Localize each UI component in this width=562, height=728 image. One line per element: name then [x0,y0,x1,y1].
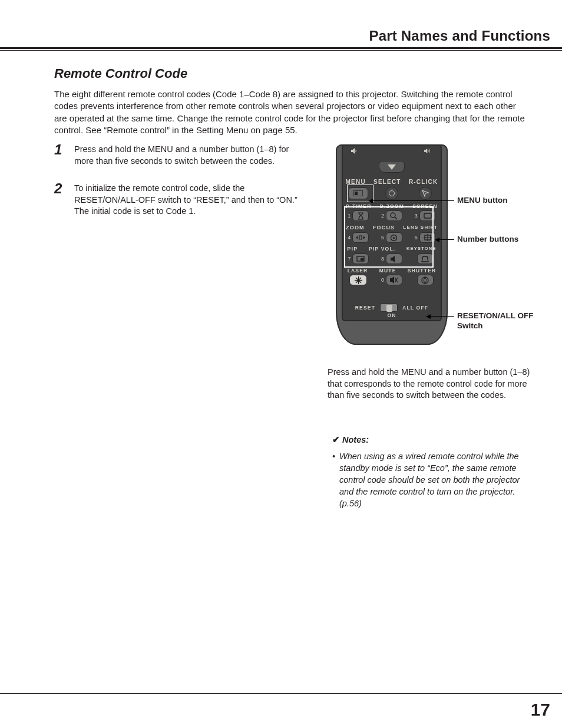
select-button [385,187,398,200]
svg-line-5 [395,217,397,219]
rclick-button [419,187,432,200]
header-section-title: Part Names and Functions [369,28,550,44]
shutter-button [417,275,434,285]
callout-label-reset: RESET/ON/ALL OFF Switch [457,311,551,331]
num-8: 8 [381,256,384,262]
num-5: 5 [381,235,384,241]
label-shutter: SHUTTER [408,268,437,274]
step-number: 2 [54,180,62,197]
mute-button [386,275,402,285]
remote-illustration: MENU SELECT R-CLICK P-TIMER D.ZOOM SCREE… [336,144,448,345]
step-2: 2 To initialize the remote control code,… [54,183,308,218]
label-pip: PIP [347,246,358,252]
svg-marker-15 [422,256,428,262]
menu-button [348,187,368,199]
callout-line-menu [369,200,454,201]
zoom-icon [356,235,365,241]
shift-icon [424,234,432,241]
dzoom-button [386,210,402,221]
label-mute: MUTE [379,268,396,274]
num-0: 0 [381,277,384,283]
num-3: 3 [415,213,418,219]
svg-point-4 [391,213,395,218]
menu-icon [353,190,363,196]
label-lensshift: LENS SHIFT [403,225,438,230]
hourglass-icon [358,212,364,220]
laser-button [349,275,367,285]
focus-button [386,232,402,243]
svg-point-23 [422,277,428,284]
screen-icon [424,213,432,219]
lensshift-button [419,232,436,243]
step-1: 1 Press and hold the MENU and a number b… [54,144,308,167]
footer-rule [0,693,562,694]
target-icon [390,234,398,242]
step-number: 1 [54,141,62,158]
step-text: Press and hold the MENU and a number but… [74,144,308,167]
bullet-icon: • [332,450,335,462]
label-menu: MENU [346,179,366,185]
cursor-icon [422,190,429,197]
label-screen: SCREEN [412,203,438,209]
num-1: 1 [348,213,351,219]
callout-line-reset [427,316,454,317]
mute-icon [389,276,398,284]
label-zoom: ZOOM [346,225,365,230]
label-on: ON [387,312,396,318]
remote-caption: Press and hold the MENU and a number but… [328,367,534,401]
notes-item-text: When using as a wired remote control whi… [339,452,520,508]
label-pipvol: PIP VOL. [369,246,395,252]
label-select: SELECT [373,179,401,185]
callout-line-numbers [435,239,454,240]
burst-icon [355,276,362,284]
zoom-button [352,232,369,243]
label-laser: LASER [348,268,368,274]
header-rule [0,47,562,49]
num-7: 7 [348,256,351,262]
header-rule-thin [0,50,562,51]
nav-down-icon [388,164,396,170]
label-rclick: R-CLICK [409,179,438,185]
notes-heading: Notes: [332,435,369,444]
section-title: Remote Control Code [54,66,187,81]
pip-icon [356,256,365,262]
label-dzoom: D.ZOOM [380,203,404,209]
intro-paragraph: The eight different remote control codes… [54,88,527,136]
label-ptimer: P-TIMER [346,203,371,209]
volume-down-icon [351,148,359,154]
svg-marker-14 [391,256,395,262]
num-2: 2 [381,213,384,219]
svg-rect-13 [361,258,363,261]
num-4: 4 [348,235,351,241]
select-icon [389,190,395,196]
notes-item: • When using as a wired remote control w… [339,450,534,509]
step-text: To initialize the remote control code, s… [74,183,308,218]
keystone-button [417,253,434,264]
speaker-icon [390,256,398,262]
screen-button [419,210,436,221]
keystone-icon [421,256,429,262]
volume-up-icon [424,148,432,154]
ptimer-button [352,210,369,221]
label-keystone: KEYSTONE [406,246,437,252]
callout-label-numbers: Number buttons [457,235,518,245]
pipvol-button [386,253,402,264]
num-6: 6 [415,235,418,241]
magnify-icon [390,212,398,220]
svg-rect-6 [424,213,431,218]
svg-rect-3 [355,192,358,195]
callout-label-menu: MENU button [457,196,507,206]
aperture-icon [421,276,429,284]
svg-marker-1 [424,149,427,153]
svg-point-8 [393,236,395,238]
label-focus: FOCUS [373,225,395,230]
svg-marker-20 [390,276,394,284]
page-number: 17 [531,700,550,720]
svg-marker-0 [351,148,355,154]
pip-button [352,253,369,264]
